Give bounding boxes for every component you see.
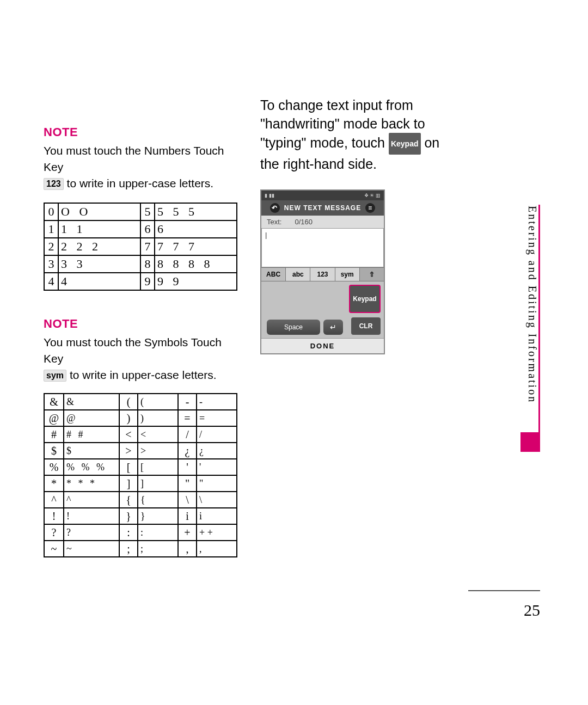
- num-strokes: 1 1: [58, 220, 140, 238]
- table-row: !!}}ii: [44, 508, 237, 524]
- manual-page: NOTE You must touch the Numbers Touch Ke…: [0, 0, 588, 705]
- mode-abc-lower[interactable]: abc: [286, 268, 310, 281]
- sym-strokes: ¿: [197, 443, 237, 459]
- num-key: 8: [140, 255, 155, 273]
- enter-button[interactable]: ↵: [323, 320, 343, 335]
- sym-key: ': [178, 459, 197, 475]
- sym-strokes: !: [64, 508, 119, 524]
- sym-key: =: [178, 410, 197, 426]
- symbols-touch-key: sym: [44, 370, 66, 382]
- sym-strokes: }: [138, 508, 178, 524]
- sym-key: {: [119, 492, 138, 508]
- sym-strokes: >: [138, 443, 178, 459]
- num-strokes: 9 9: [155, 273, 237, 290]
- handwriting-area[interactable]: Keypad CLR Space ↵: [261, 281, 384, 338]
- mode-123[interactable]: 123: [310, 268, 335, 281]
- sym-strokes: ~: [64, 541, 119, 557]
- clr-button[interactable]: CLR: [351, 317, 381, 335]
- sym-key: !: [44, 508, 64, 524]
- note-body-2: You must touch the Symbols Touch Key sym…: [44, 334, 238, 383]
- phone-screenshot: ▮ ▮▮ ❖ ☀ ▥ ↶ NEW TEXT MESSAGE ≡ Text: 0/…: [260, 189, 385, 354]
- sym-key: ": [178, 475, 197, 492]
- sym-strokes: &: [64, 394, 119, 410]
- table-row: ??::++ +: [44, 524, 237, 541]
- note2-line1: You must touch the Symbols Touch Key: [44, 336, 222, 365]
- sym-strokes: + +: [197, 524, 237, 541]
- status-bar: ▮ ▮▮ ❖ ☀ ▥: [261, 191, 384, 200]
- table-row: 3 3 3 8 8 8 8 8: [44, 255, 237, 273]
- sym-key: -: [178, 394, 197, 410]
- num-key: 1: [44, 220, 58, 238]
- signal-icon: ▮ ▮▮: [265, 193, 274, 198]
- sym-key: i: [178, 508, 197, 524]
- num-strokes: 3 3: [58, 255, 140, 273]
- sym-key: @: [44, 410, 64, 426]
- sym-key: *: [44, 475, 64, 492]
- num-strokes: 6: [155, 220, 237, 238]
- table-row: ## #<<//: [44, 426, 237, 443]
- sym-key: #: [44, 426, 64, 443]
- mode-shift[interactable]: ⇧: [360, 268, 384, 281]
- num-key: 6: [140, 220, 155, 238]
- page-number: 25: [524, 601, 540, 620]
- space-button[interactable]: Space: [267, 320, 320, 335]
- table-row: @@))==: [44, 410, 237, 426]
- sym-key: ,: [178, 541, 197, 557]
- sym-strokes: ': [197, 459, 237, 475]
- num-strokes: 2 2 2: [58, 238, 140, 255]
- note-heading-2: NOTE: [44, 317, 238, 331]
- table-row: 1 1 1 6 6: [44, 220, 237, 238]
- num-strokes: 8 8 8 8: [155, 255, 237, 273]
- sym-key: :: [119, 524, 138, 541]
- done-button[interactable]: DONE: [261, 338, 384, 353]
- sym-strokes: (: [138, 394, 178, 410]
- back-icon[interactable]: ↶: [270, 203, 280, 213]
- sym-key: \: [178, 492, 197, 508]
- message-textarea[interactable]: |: [261, 228, 384, 267]
- sym-key: $: [44, 443, 64, 459]
- instruction-paragraph: To change text input from "handwriting" …: [260, 96, 451, 173]
- sym-strokes: ?: [64, 524, 119, 541]
- sym-key: ^: [44, 492, 64, 508]
- note1-line2: to write in upper-case letters.: [67, 177, 214, 189]
- note-heading-1: NOTE: [44, 125, 238, 139]
- sym-key: ;: [119, 541, 138, 557]
- sym-key: &: [44, 394, 64, 410]
- sym-strokes: # #: [64, 426, 119, 443]
- num-strokes: 7 7 7: [155, 238, 237, 255]
- status-right-icons: ❖ ☀ ▥: [364, 193, 381, 198]
- table-row: ** * *]]"": [44, 475, 237, 492]
- footer-separator: [468, 590, 540, 591]
- num-strokes: O O: [58, 203, 140, 220]
- menu-icon[interactable]: ≡: [365, 203, 375, 213]
- table-row: $$>>¿¿: [44, 443, 237, 459]
- num-strokes: 5 5 5: [155, 203, 237, 220]
- table-row: %% % %[['': [44, 459, 237, 475]
- sym-strokes: :: [138, 524, 178, 541]
- sym-key: [: [119, 459, 138, 475]
- sym-key: >: [119, 443, 138, 459]
- mode-abc-upper[interactable]: ABC: [261, 268, 286, 281]
- sym-key: %: [44, 459, 64, 475]
- input-mode-row: ABC abc 123 sym ⇧: [261, 267, 384, 281]
- sym-key: ): [119, 410, 138, 426]
- section-side-tab: Entering and Editing Information: [523, 205, 540, 443]
- sym-strokes: [: [138, 459, 178, 475]
- sym-strokes: /: [197, 426, 237, 443]
- symbols-handwriting-table: &&((-- @@))== ## #<<// $$>>¿¿ %% % %[[''…: [44, 393, 237, 557]
- sym-strokes: {: [138, 492, 178, 508]
- note1-line1: You must touch the Numbers Touch Key: [44, 144, 224, 173]
- keypad-button[interactable]: Keypad: [349, 285, 381, 313]
- section-title: Entering and Editing Information: [526, 205, 538, 444]
- sym-strokes: ": [197, 475, 237, 492]
- screen-title: NEW TEXT MESSAGE: [284, 204, 361, 212]
- mode-sym[interactable]: sym: [335, 268, 360, 281]
- sym-strokes: ): [138, 410, 178, 426]
- sym-key: <: [119, 426, 138, 443]
- sym-strokes: % % %: [64, 459, 119, 475]
- sym-strokes: -: [197, 394, 237, 410]
- sym-strokes: $: [64, 443, 119, 459]
- note-body-1: You must touch the Numbers Touch Key 123…: [44, 143, 238, 192]
- num-key: 5: [140, 203, 155, 220]
- table-row: ~~;;,,: [44, 541, 237, 557]
